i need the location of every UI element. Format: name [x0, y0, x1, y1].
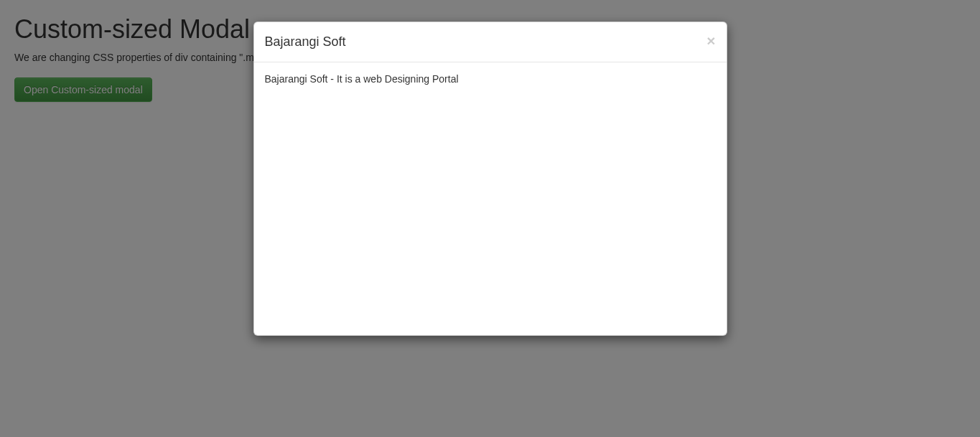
close-icon[interactable]: × — [706, 33, 715, 48]
modal-title: Bajarangi Soft — [265, 33, 716, 51]
modal-content: Bajarangi Soft × Bajarangi Soft - It is … — [253, 22, 727, 336]
modal-container: Bajarangi Soft × Bajarangi Soft - It is … — [0, 0, 980, 437]
modal-body: Bajarangi Soft - It is a web Designing P… — [254, 62, 727, 335]
modal-body-text: Bajarangi Soft - It is a web Designing P… — [265, 73, 716, 85]
modal-dialog: Bajarangi Soft × Bajarangi Soft - It is … — [253, 22, 727, 336]
modal-header: Bajarangi Soft × — [254, 22, 727, 62]
